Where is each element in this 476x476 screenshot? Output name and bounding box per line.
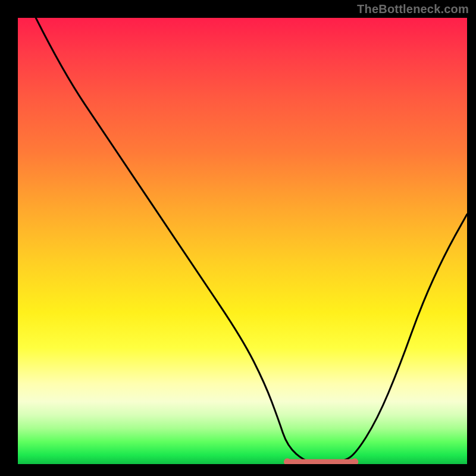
- plot-area: [18, 18, 467, 464]
- chart-frame: TheBottleneck.com: [0, 0, 476, 476]
- optimal-range-end-dot: [351, 458, 358, 464]
- optimal-range-start-dot: [284, 458, 291, 464]
- attribution-text: TheBottleneck.com: [357, 2, 469, 16]
- bottleneck-curve: [36, 18, 467, 464]
- curve-svg: [18, 18, 467, 464]
